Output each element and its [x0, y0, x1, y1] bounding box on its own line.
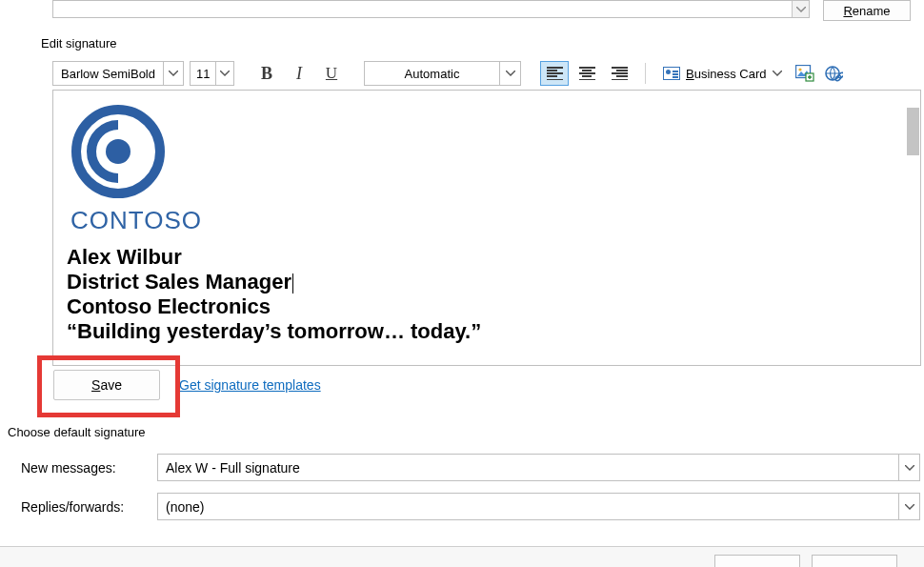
chevron-down-icon[interactable] — [898, 494, 919, 519]
contoso-logo: CONTOSO — [70, 104, 907, 235]
font-family-select[interactable]: Barlow SemiBold — [52, 61, 184, 86]
font-color-value: Automatic — [365, 67, 499, 81]
chevron-down-icon[interactable] — [898, 455, 919, 480]
chevron-down-icon[interactable] — [215, 62, 233, 85]
font-family-value: Barlow SemiBold — [53, 67, 163, 81]
sig-tagline: “Building yesterday’s tomorrow… today.” — [67, 319, 907, 344]
align-left-button[interactable] — [540, 61, 569, 86]
font-size-value: 11 — [191, 67, 215, 81]
choose-default-label: Choose default signature — [8, 425, 146, 439]
sig-title: District Sales Manager — [67, 270, 907, 294]
business-card-button[interactable]: Business Card — [657, 61, 788, 86]
sig-name: Alex Wilbur — [67, 245, 907, 270]
new-messages-select[interactable]: Alex W - Full signature — [157, 454, 920, 481]
italic-button[interactable]: I — [286, 61, 312, 86]
svg-point-7 — [106, 139, 131, 164]
signature-editor[interactable]: CONTOSO Alex Wilbur District Sales Manag… — [52, 90, 921, 366]
font-size-select[interactable]: 11 — [190, 61, 234, 86]
svg-point-1 — [798, 68, 801, 71]
save-button[interactable]: Save — [53, 370, 160, 400]
chevron-down-icon[interactable] — [499, 62, 520, 85]
logo-text: CONTOSO — [70, 206, 907, 235]
business-card-icon — [663, 67, 680, 80]
dialog-button-1[interactable] — [714, 555, 800, 567]
chevron-down-icon[interactable] — [792, 1, 809, 17]
new-messages-label: New messages: — [19, 460, 148, 476]
rename-button[interactable]: Rename — [823, 0, 911, 21]
scrollbar-thumb[interactable] — [907, 108, 919, 155]
align-group — [540, 61, 633, 86]
insert-hyperlink-button[interactable] — [822, 62, 845, 85]
chevron-down-icon — [773, 71, 782, 76]
format-toolbar: Barlow SemiBold 11 B I U Automatic Busi — [52, 59, 919, 88]
edit-signature-label: Edit signature — [41, 36, 117, 51]
replies-forwards-value: (none) — [158, 499, 898, 515]
bold-button[interactable]: B — [253, 61, 280, 86]
new-messages-value: Alex W - Full signature — [158, 460, 898, 476]
underline-button[interactable]: U — [318, 61, 345, 86]
align-center-button[interactable] — [572, 61, 601, 86]
signature-name-select[interactable] — [52, 0, 810, 18]
replies-forwards-label: Replies/forwards: — [19, 499, 148, 515]
align-right-button[interactable] — [605, 61, 633, 86]
dialog-button-2[interactable] — [812, 555, 897, 567]
chevron-down-icon[interactable] — [163, 62, 182, 85]
insert-picture-button[interactable] — [793, 62, 816, 85]
sig-company: Contoso Electronics — [67, 294, 907, 319]
font-color-select[interactable]: Automatic — [364, 61, 521, 86]
text-caret — [292, 273, 293, 294]
get-templates-link[interactable]: Get signature templates — [179, 377, 321, 393]
replies-forwards-select[interactable]: (none) — [157, 493, 920, 520]
